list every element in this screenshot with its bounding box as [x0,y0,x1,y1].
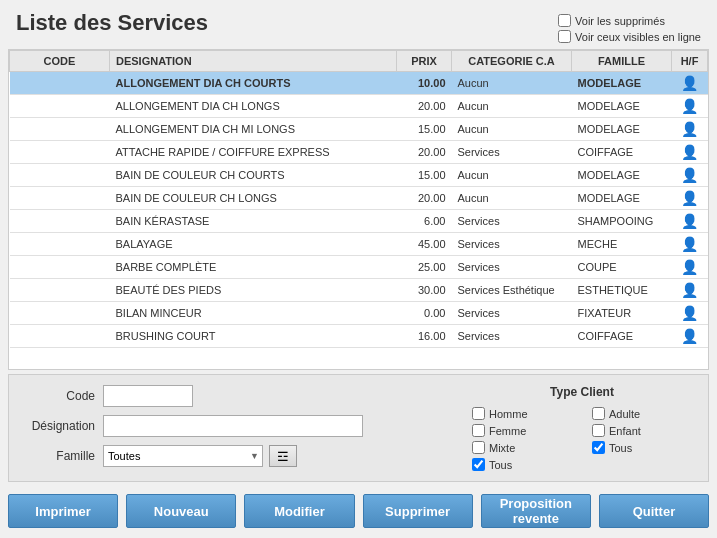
famille-select[interactable]: ToutesCOIFFAGECOUPEESTHETIQUEFIXATEURMEC… [103,445,263,467]
code-input[interactable] [103,385,193,407]
homme-checkbox[interactable] [472,407,485,420]
filter-button[interactable]: ☲ [269,445,297,467]
cell-prix: 30.00 [397,279,452,302]
type-client-title: Type Client [472,385,692,399]
homme-label[interactable]: Homme [472,407,572,420]
table-row[interactable]: ATTACHE RAPIDE / COIFFURE EXPRESS 20.00 … [10,141,708,164]
cell-categorie: Aucun [452,118,572,141]
adulte-checkbox[interactable] [592,407,605,420]
form-area: Code Désignation Famille ToutesCOIFFAGEC… [8,374,709,482]
person-icon: 👤 [681,167,698,183]
cell-hf: 👤 [672,256,708,279]
cell-categorie: Aucun [452,72,572,95]
code-row: Code [25,385,452,407]
table-row[interactable]: BALAYAGE 45.00 Services MECHE 👤 [10,233,708,256]
designation-input[interactable] [103,415,363,437]
col-designation: DESIGNATION [110,51,397,72]
table-wrapper[interactable]: CODE DESIGNATION PRIX CATEGORIE C.A FAMI… [9,50,708,369]
cell-code [10,325,110,348]
cell-prix: 25.00 [397,256,452,279]
tous-right-label[interactable]: Tous [592,441,692,454]
table-row[interactable]: BEAUTÉ DES PIEDS 30.00 Services Esthétiq… [10,279,708,302]
person-icon: 👤 [681,213,698,229]
cell-famille: MODELAGE [572,72,672,95]
imprimer-button[interactable]: Imprimer [8,494,118,528]
mixte-checkbox[interactable] [472,441,485,454]
cell-prix: 15.00 [397,164,452,187]
cell-designation: ATTACHE RAPIDE / COIFFURE EXPRESS [110,141,397,164]
buttons-row: Imprimer Nouveau Modifier Supprimer Prop… [0,486,717,538]
cell-designation: BAIN DE COULEUR CH COURTS [110,164,397,187]
modifier-button[interactable]: Modifier [244,494,354,528]
cell-designation: BALAYAGE [110,233,397,256]
cell-hf: 👤 [672,279,708,302]
cell-hf: 👤 [672,325,708,348]
person-icon: 👤 [681,98,698,114]
cell-designation: ALLONGEMENT DIA CH MI LONGS [110,118,397,141]
cell-designation: BARBE COMPLÈTE [110,256,397,279]
table-row[interactable]: BRUSHING COURT 16.00 Services COIFFAGE 👤 [10,325,708,348]
cell-prix: 20.00 [397,187,452,210]
designation-label: Désignation [25,419,95,433]
cell-famille: ESTHETIQUE [572,279,672,302]
type-client-grid: Homme Adulte Femme Enfant Mixte Tous Tou… [472,407,692,471]
col-categorie: CATEGORIE C.A [452,51,572,72]
tous-left-label[interactable]: Tous [472,458,572,471]
nouveau-button[interactable]: Nouveau [126,494,236,528]
cell-code [10,118,110,141]
voir-visibles-label[interactable]: Voir ceux visibles en ligne [558,30,701,43]
table-row[interactable]: ALLONGEMENT DIA CH LONGS 20.00 Aucun MOD… [10,95,708,118]
mixte-label[interactable]: Mixte [472,441,572,454]
table-row[interactable]: ALLONGEMENT DIA CH COURTS 10.00 Aucun MO… [10,72,708,95]
cell-hf: 👤 [672,72,708,95]
person-icon: 👤 [681,236,698,252]
cell-hf: 👤 [672,210,708,233]
tous-right-checkbox[interactable] [592,441,605,454]
cell-designation: BEAUTÉ DES PIEDS [110,279,397,302]
table-row[interactable]: BAIN DE COULEUR CH COURTS 15.00 Aucun MO… [10,164,708,187]
famille-select-wrapper: ToutesCOIFFAGECOUPEESTHETIQUEFIXATEURMEC… [103,445,263,467]
femme-checkbox[interactable] [472,424,485,437]
adulte-label[interactable]: Adulte [592,407,692,420]
person-icon: 👤 [681,282,698,298]
form-left: Code Désignation Famille ToutesCOIFFAGEC… [25,385,452,471]
table-row[interactable]: BARBE COMPLÈTE 25.00 Services COUPE 👤 [10,256,708,279]
voir-visibles-checkbox[interactable] [558,30,571,43]
table-row[interactable]: BAIN KÉRASTASE 6.00 Services SHAMPOOING … [10,210,708,233]
cell-designation: BAIN DE COULEUR CH LONGS [110,187,397,210]
tous-left-checkbox[interactable] [472,458,485,471]
cell-categorie: Services Esthétique [452,279,572,302]
person-icon: 👤 [681,190,698,206]
page-title: Liste des Services [16,10,208,36]
designation-row: Désignation [25,415,452,437]
enfant-checkbox[interactable] [592,424,605,437]
cell-categorie: Services [452,325,572,348]
cell-categorie: Services [452,302,572,325]
table-row[interactable]: BAIN DE COULEUR CH LONGS 20.00 Aucun MOD… [10,187,708,210]
table-row[interactable]: BILAN MINCEUR 0.00 Services FIXATEUR 👤 [10,302,708,325]
cell-famille: MODELAGE [572,164,672,187]
quitter-button[interactable]: Quitter [599,494,709,528]
table-row[interactable]: ALLONGEMENT DIA CH MI LONGS 15.00 Aucun … [10,118,708,141]
cell-famille: MECHE [572,233,672,256]
voir-supprimes-checkbox[interactable] [558,14,571,27]
enfant-label[interactable]: Enfant [592,424,692,437]
cell-famille: MODELAGE [572,118,672,141]
cell-prix: 6.00 [397,210,452,233]
voir-supprimes-label[interactable]: Voir les supprimés [558,14,701,27]
cell-famille: COUPE [572,256,672,279]
cell-categorie: Aucun [452,187,572,210]
femme-label[interactable]: Femme [472,424,572,437]
cell-code [10,164,110,187]
supprimer-button[interactable]: Supprimer [363,494,473,528]
proposition-button[interactable]: Proposition revente [481,494,591,528]
cell-prix: 20.00 [397,141,452,164]
cell-code [10,279,110,302]
person-icon: 👤 [681,305,698,321]
cell-categorie: Services [452,233,572,256]
cell-designation: ALLONGEMENT DIA CH LONGS [110,95,397,118]
famille-controls: ToutesCOIFFAGECOUPEESTHETIQUEFIXATEURMEC… [103,445,297,467]
cell-categorie: Aucun [452,164,572,187]
cell-code [10,302,110,325]
cell-hf: 👤 [672,118,708,141]
